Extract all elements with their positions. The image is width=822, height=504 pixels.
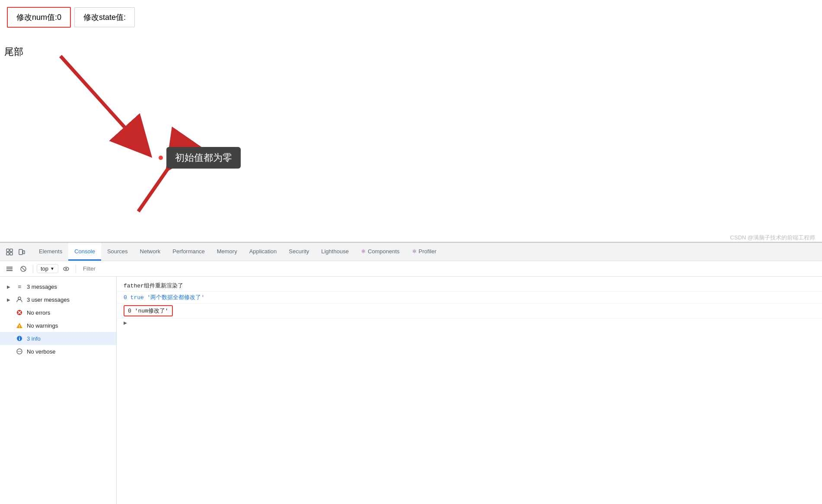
sidebar-item-warnings[interactable]: ▶ No warnings (0, 319, 116, 332)
svg-rect-12 (6, 270, 13, 271)
eye-icon-btn[interactable] (60, 263, 72, 275)
device-toolbar-icon[interactable] (16, 246, 28, 258)
svg-point-26 (19, 337, 20, 338)
filter-input[interactable] (80, 265, 819, 273)
svg-line-2 (61, 56, 138, 143)
svg-rect-5 (10, 249, 13, 252)
console-line-1: father组件重新渲染了 (117, 280, 822, 292)
console-highlighted-text: 0 'num修改了' (124, 305, 173, 316)
chevron-down-icon: ▼ (50, 266, 54, 271)
components-icon: ⚛ (361, 248, 366, 255)
list-icon: ≡ (16, 283, 23, 290)
devtools-toolbar: top ▼ (0, 261, 822, 277)
expand-icon: ▶ (7, 284, 12, 289)
tab-profiler[interactable]: ⚛ Profiler (406, 243, 443, 261)
tab-elements[interactable]: Elements (33, 243, 68, 261)
tab-network[interactable]: Network (134, 243, 167, 261)
console-line-2: 0 true '两个数据全都修改了' (117, 292, 822, 303)
verbose-icon (16, 348, 23, 355)
button-row: 修改num值:0 修改state值: (0, 0, 822, 35)
svg-rect-10 (6, 267, 13, 268)
tooltip-text: 初始值都为零 (175, 151, 232, 164)
tooltip-dot (159, 156, 163, 160)
tab-components[interactable]: ⚛ Components (355, 243, 406, 261)
tab-console[interactable]: Console (68, 243, 101, 261)
info-icon (16, 335, 23, 342)
btn-state[interactable]: 修改state值: (74, 7, 135, 27)
sidebar-item-info[interactable]: ▶ 3 info (0, 332, 116, 345)
tab-application[interactable]: Application (243, 243, 283, 261)
app-watermark: CSDN @满脑子技术的前端工程师 (730, 234, 815, 242)
tooltip-bubble: 初始值都为零 (166, 147, 241, 169)
svg-point-28 (18, 351, 19, 352)
devtools-sidebar: ▶ ≡ 3 messages ▶ 3 user messages ▶ (0, 277, 117, 504)
sidebar-item-user-messages[interactable]: ▶ 3 user messages (0, 293, 116, 306)
svg-rect-6 (6, 252, 9, 255)
toolbar-divider-1 (33, 265, 33, 273)
arrows-overlay (0, 0, 822, 242)
expand-icon: ▶ (7, 297, 12, 302)
svg-line-14 (22, 267, 25, 271)
toolbar-divider-2 (76, 265, 76, 273)
svg-rect-9 (23, 251, 25, 254)
console-expand-arrow[interactable]: ▶ (117, 319, 822, 327)
sidebar-item-errors[interactable]: ▶ No errors (0, 306, 116, 319)
tab-memory[interactable]: Memory (211, 243, 243, 261)
user-icon (16, 296, 23, 303)
svg-point-17 (18, 297, 21, 300)
sidebar-toggle-btn[interactable] (3, 263, 16, 275)
tab-performance[interactable]: Performance (166, 243, 210, 261)
svg-point-29 (19, 351, 20, 352)
svg-rect-4 (6, 249, 9, 252)
sidebar-item-verbose[interactable]: ▶ No verbose (0, 345, 116, 358)
console-output: father组件重新渲染了 0 true '两个数据全都修改了' 0 'num修… (117, 277, 822, 504)
svg-rect-11 (6, 268, 13, 269)
tab-sources[interactable]: Sources (101, 243, 134, 261)
svg-point-23 (19, 327, 20, 328)
tab-security[interactable]: Security (283, 243, 315, 261)
sidebar-item-messages[interactable]: ▶ ≡ 3 messages (0, 280, 116, 293)
svg-rect-7 (10, 252, 13, 255)
btn-num[interactable]: 修改num值:0 (7, 7, 71, 28)
context-selector[interactable]: top ▼ (37, 264, 58, 273)
svg-point-16 (65, 268, 67, 270)
error-icon (16, 309, 23, 316)
svg-point-30 (20, 351, 21, 352)
devtools-panel: Elements Console Sources Network Perform… (0, 242, 822, 504)
devtools-tabs: Elements Console Sources Network Perform… (0, 243, 822, 261)
clear-console-btn[interactable] (17, 263, 29, 275)
tail-label: 尾部 (4, 45, 23, 58)
console-line-3: 0 'num修改了' (117, 303, 822, 319)
inspect-icon[interactable] (3, 246, 16, 258)
devtools-body: ▶ ≡ 3 messages ▶ 3 user messages ▶ (0, 277, 822, 504)
svg-rect-8 (19, 249, 22, 255)
app-area: 修改num值:0 修改state值: 尾部 初始值都为零 CSDN @满脑子技术… (0, 0, 822, 242)
warning-icon (16, 322, 23, 329)
profiler-icon: ⚛ (412, 248, 417, 255)
tab-lighthouse[interactable]: Lighthouse (315, 243, 355, 261)
